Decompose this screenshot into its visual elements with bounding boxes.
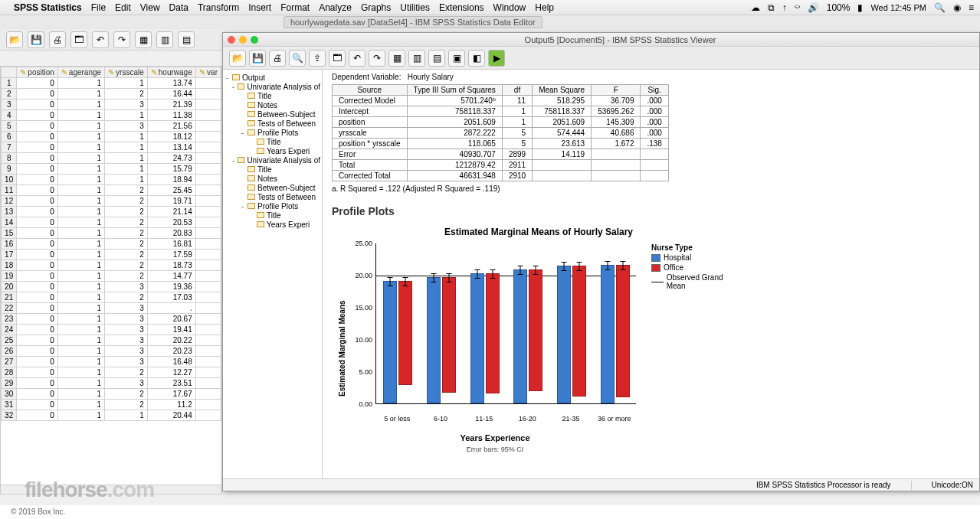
siri-icon[interactable]: ◉ <box>953 2 961 13</box>
table-row[interactable]: 2901323.51 <box>2 378 221 389</box>
close-icon[interactable] <box>228 36 235 44</box>
outline-item[interactable]: Years Experi <box>225 146 320 155</box>
table-row[interactable]: Intercept758118.3371758118.33753695.262.… <box>333 106 669 117</box>
viewer-content[interactable]: Dependent Variable: Hourly Salary Source… <box>323 70 979 478</box>
table-row[interactable]: 3201120.44 <box>2 410 221 421</box>
outline-item[interactable]: Title <box>225 165 320 174</box>
outline-item[interactable]: -Univariate Analysis of <box>225 155 320 165</box>
table-row[interactable]: 22013. <box>2 303 221 314</box>
menu-window[interactable]: Window <box>493 2 526 13</box>
viewer-titlebar[interactable]: Output5 [Document5] - IBM SPSS Statistic… <box>223 33 979 47</box>
table-row[interactable]: 1801218.73 <box>2 260 221 271</box>
outline-pane[interactable]: -Output-Univariate Analysis ofTitleNotes… <box>223 70 323 478</box>
outline-item[interactable]: Tests of Between <box>225 119 320 128</box>
table-row[interactable]: 801124.73 <box>2 153 221 164</box>
designate-window-icon[interactable]: ◧ <box>468 50 485 67</box>
table-row[interactable]: 1301221.14 <box>2 207 221 217</box>
table-row[interactable]: 501321.56 <box>2 121 221 132</box>
outline-item[interactable]: -Univariate Analysis of <box>225 82 320 91</box>
table-row[interactable]: 1201219.71 <box>2 196 221 207</box>
redo-icon[interactable]: ↷ <box>113 31 130 48</box>
table-row[interactable]: 401111.38 <box>2 110 221 121</box>
open-icon[interactable]: 📂 <box>229 50 246 67</box>
table-row[interactable]: 1501220.83 <box>2 228 221 239</box>
battery-icon[interactable]: ▮ <box>857 2 863 13</box>
table-row[interactable]: 701113.14 <box>2 142 221 153</box>
outline-item[interactable]: Title <box>225 137 320 146</box>
app-name[interactable]: SPSS Statistics <box>14 2 82 13</box>
print-icon[interactable]: 🖨 <box>269 50 286 67</box>
variables-icon[interactable]: ▤ <box>178 31 195 48</box>
export-icon[interactable]: ⇪ <box>309 50 326 67</box>
save-icon[interactable]: 💾 <box>249 50 266 67</box>
menu-extensions[interactable]: Extensions <box>439 2 484 13</box>
menu-edit[interactable]: Edit <box>115 2 131 13</box>
undo-icon[interactable]: ↶ <box>349 50 365 67</box>
table-row[interactable]: 2301320.67 <box>2 314 221 325</box>
table-row[interactable]: position * yrsscale118.065523.6131.672.1… <box>333 139 669 149</box>
outline-item[interactable]: Years Experi <box>225 220 320 229</box>
outline-item[interactable]: -Profile Plots <box>225 128 320 137</box>
goto-case-icon[interactable]: ▥ <box>408 50 425 67</box>
table-row[interactable]: 901115.79 <box>2 164 221 175</box>
menu-help[interactable]: Help <box>535 2 554 13</box>
table-row[interactable]: 201216.44 <box>2 89 221 100</box>
outline-item[interactable]: Tests of Between <box>225 192 320 201</box>
table-row[interactable]: 1101225.45 <box>2 185 221 196</box>
goto-case-icon[interactable]: ▦ <box>135 31 152 48</box>
table-row[interactable]: 3101211.2 <box>2 400 221 410</box>
data-grid[interactable]: ✎position✎agerange✎yrsscale✎hourwage✎var… <box>0 66 222 495</box>
outline-item[interactable]: Notes <box>225 174 320 183</box>
run-icon[interactable]: ▶ <box>488 50 505 67</box>
variables-icon[interactable]: ▤ <box>428 50 445 67</box>
table-row[interactable]: 2001319.36 <box>2 282 221 292</box>
table-row[interactable]: Total1212879.422911 <box>333 160 669 171</box>
menu-insert[interactable]: Insert <box>248 2 271 13</box>
data-editor-title[interactable]: hourlywagedata.sav [DataSet4] - IBM SPSS… <box>284 16 542 28</box>
table-row[interactable]: Error40930.707289914.119 <box>333 149 669 160</box>
redo-icon[interactable]: ↷ <box>369 50 385 67</box>
zoom-icon[interactable] <box>251 36 258 44</box>
menu-view[interactable]: View <box>140 2 160 13</box>
menu-data[interactable]: Data <box>169 2 188 13</box>
menu-graphs[interactable]: Graphs <box>361 2 391 13</box>
dialog-recall-icon[interactable]: 🗔 <box>329 50 346 67</box>
table-row[interactable]: 1401220.53 <box>2 217 221 228</box>
table-row[interactable]: 2101217.03 <box>2 292 221 303</box>
table-row[interactable]: Corrected Total46631.9482910 <box>333 171 669 181</box>
menu-file[interactable]: File <box>91 2 106 13</box>
table-row[interactable]: Corrected Model5701.240ᵇ11518.29536.709.… <box>333 96 669 106</box>
minimize-icon[interactable] <box>239 36 247 44</box>
updates-icon[interactable]: ↑ <box>782 2 787 13</box>
table-row[interactable]: 2801212.27 <box>2 367 221 378</box>
volume-icon[interactable]: 🔊 <box>808 2 819 13</box>
table-row[interactable]: 601118.12 <box>2 132 221 142</box>
spotlight-icon[interactable]: 🔍 <box>934 2 946 13</box>
menu-format[interactable]: Format <box>280 2 310 13</box>
table-row[interactable]: 301321.39 <box>2 100 221 110</box>
print-icon[interactable]: 🖨 <box>49 31 66 48</box>
menu-transform[interactable]: Transform <box>198 2 239 13</box>
anova-table[interactable]: SourceType III Sum of SquaresdfMean Squa… <box>332 84 669 181</box>
table-row[interactable]: 2601320.23 <box>2 346 221 357</box>
dropbox-icon[interactable]: ⧉ <box>768 2 775 13</box>
table-row[interactable]: 1901214.77 <box>2 271 221 282</box>
print-preview-icon[interactable]: 🔍 <box>289 50 306 67</box>
outline-item[interactable]: Between-Subject <box>225 109 320 119</box>
save-icon[interactable]: 💾 <box>28 31 44 48</box>
table-row[interactable]: position2051.60912051.609145.309.000 <box>333 117 669 128</box>
dialog-recall-icon[interactable]: 🗔 <box>70 31 87 48</box>
table-row[interactable]: 2701316.48 <box>2 357 221 367</box>
table-row[interactable]: 1001118.94 <box>2 175 221 185</box>
select-last-icon[interactable]: ▣ <box>448 50 465 67</box>
table-row[interactable]: 1601216.81 <box>2 239 221 250</box>
table-row[interactable]: yrsscale2872.2225574.44440.686.000 <box>333 128 669 139</box>
table-row[interactable]: 101113.74 <box>2 78 221 89</box>
outline-item[interactable]: Notes <box>225 100 320 109</box>
table-row[interactable]: 2501320.22 <box>2 335 221 346</box>
outline-item[interactable]: -Profile Plots <box>225 201 320 211</box>
table-row[interactable]: 1701217.59 <box>2 250 221 260</box>
outline-item[interactable]: Title <box>225 91 320 100</box>
goto-variable-icon[interactable]: ▥ <box>156 31 173 48</box>
table-row[interactable]: 3001217.67 <box>2 389 221 400</box>
